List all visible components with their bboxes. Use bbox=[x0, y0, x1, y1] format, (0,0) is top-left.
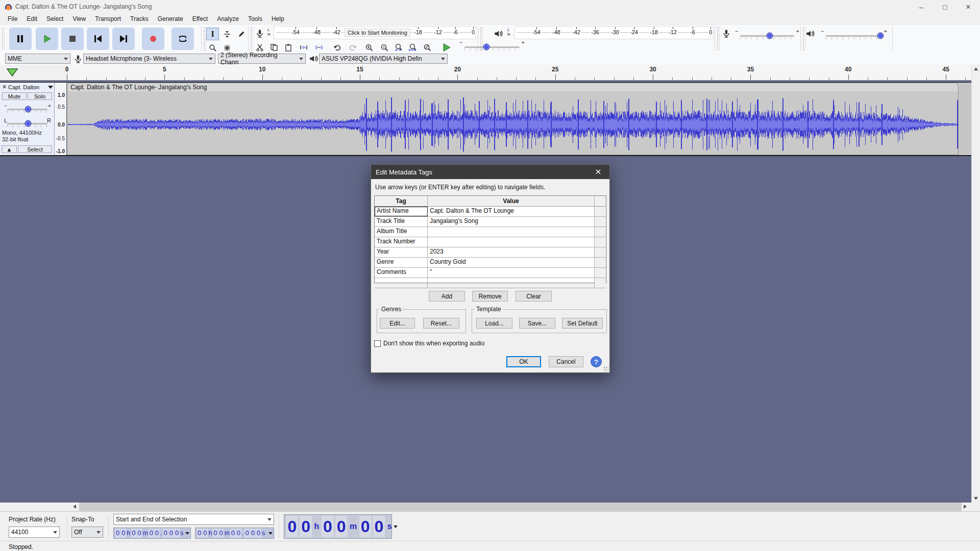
playback-device-select[interactable]: ASUS VP248QG (NVIDIA High Defin bbox=[319, 54, 448, 64]
value-cell[interactable] bbox=[428, 237, 595, 247]
menu-edit[interactable]: Edit bbox=[22, 14, 42, 23]
table-scroll-column[interactable] bbox=[595, 196, 605, 206]
chevron-down-icon[interactable] bbox=[268, 532, 273, 535]
recording-channels-select[interactable]: 2 (Stereo) Recording Chann bbox=[218, 54, 306, 64]
menu-file[interactable]: File bbox=[3, 14, 22, 23]
mute-button[interactable]: Mute bbox=[2, 92, 27, 100]
menu-analyze[interactable]: Analyze bbox=[212, 14, 243, 23]
scroll-down-icon[interactable] bbox=[974, 497, 978, 500]
menu-tools[interactable]: Tools bbox=[243, 14, 267, 23]
minimize-button[interactable]: – bbox=[910, 0, 933, 14]
recording-volume-slider[interactable]: −+ bbox=[734, 29, 800, 41]
time-digit[interactable]: 0 bbox=[163, 529, 168, 538]
value-cell[interactable]: Country Gold bbox=[428, 258, 595, 267]
help-button[interactable]: ? bbox=[591, 356, 602, 367]
vertical-ruler[interactable]: 1.00.50.0-0.5-1.0 bbox=[55, 83, 67, 155]
menu-generate[interactable]: Generate bbox=[153, 14, 188, 23]
close-button[interactable]: × bbox=[957, 0, 980, 14]
value-cell[interactable]: Capt. Dalton & The OT Lounge bbox=[428, 207, 595, 216]
toolbar-grip[interactable] bbox=[2, 28, 5, 50]
slider-thumb[interactable] bbox=[767, 33, 773, 39]
tag-cell[interactable] bbox=[375, 278, 428, 288]
vertical-scrollbar[interactable] bbox=[971, 65, 980, 503]
time-digit[interactable]: 0 bbox=[359, 516, 372, 537]
play-meter-speaker-icon[interactable] bbox=[492, 27, 504, 40]
time-digit[interactable]: 0 bbox=[131, 529, 136, 538]
selection-start-field[interactable]: 00h00m00.000s bbox=[113, 528, 191, 539]
record-meter[interactable]: -54-48-42-18-12-60Click to Start Monitor… bbox=[274, 26, 476, 39]
slider-thumb[interactable] bbox=[483, 44, 490, 51]
project-rate-select[interactable]: 44100 bbox=[9, 527, 60, 538]
record-meter-mic-icon[interactable] bbox=[253, 27, 266, 40]
hscroll-thumb[interactable] bbox=[79, 503, 962, 511]
tag-cell[interactable]: Album Title bbox=[375, 227, 428, 237]
tag-cell[interactable]: Year bbox=[375, 247, 428, 257]
play-at-speed-button[interactable] bbox=[439, 41, 454, 54]
menu-effect[interactable]: Effect bbox=[188, 14, 212, 23]
value-cell[interactable]: '' bbox=[428, 268, 595, 278]
loop-button[interactable] bbox=[172, 28, 194, 50]
time-digit[interactable]: 0 bbox=[174, 529, 179, 538]
track-name-menu[interactable]: Capt. Dalton bbox=[8, 83, 53, 91]
undo-button[interactable] bbox=[331, 41, 344, 54]
value-cell[interactable] bbox=[428, 278, 595, 288]
tag-cell[interactable]: Genre bbox=[375, 258, 428, 267]
zoom-in-button[interactable] bbox=[362, 41, 375, 54]
timeline-ruler[interactable]: 051015202530354045 bbox=[0, 65, 971, 81]
time-digit[interactable]: 0 bbox=[244, 529, 250, 538]
scroll-right-icon[interactable] bbox=[964, 505, 967, 509]
zoom-out-button[interactable] bbox=[378, 41, 390, 54]
dialog-resize-grip[interactable] bbox=[603, 366, 608, 371]
value-cell[interactable]: 2023 bbox=[428, 247, 595, 257]
genres-edit-button[interactable]: Edit... bbox=[380, 318, 415, 329]
template-set-default-button[interactable]: Set Default bbox=[562, 318, 603, 329]
scroll-left-icon[interactable] bbox=[73, 505, 76, 509]
fit-project-button[interactable] bbox=[406, 41, 419, 54]
time-digit[interactable]: 0 bbox=[121, 529, 126, 538]
track-close-icon[interactable]: ✕ bbox=[1, 84, 8, 90]
track-select-button[interactable]: Select bbox=[18, 145, 52, 153]
menu-tracks[interactable]: Tracks bbox=[126, 14, 153, 23]
menu-transport[interactable]: Transport bbox=[90, 14, 126, 23]
time-digit[interactable]: 0 bbox=[250, 529, 255, 538]
stop-button[interactable] bbox=[61, 28, 84, 50]
genres-reset-button[interactable]: Reset... bbox=[423, 318, 459, 329]
fit-selection-button[interactable] bbox=[392, 41, 405, 54]
monitoring-label[interactable]: Click to Start Monitoring bbox=[345, 29, 410, 37]
pan-slider[interactable]: −+ bbox=[1, 116, 54, 129]
template-save-button[interactable]: Save... bbox=[519, 318, 555, 329]
audio-position-display[interactable]: 00h00m00s bbox=[284, 514, 392, 539]
time-digit[interactable]: 0 bbox=[154, 529, 159, 538]
redo-button[interactable] bbox=[346, 41, 359, 54]
selection-mode-select[interactable]: Start and End of Selection bbox=[113, 514, 274, 525]
time-digit[interactable]: 0 bbox=[149, 529, 154, 538]
time-digit[interactable]: 0 bbox=[168, 529, 174, 538]
time-digit[interactable]: 0 bbox=[236, 529, 241, 538]
playback-volume-slider[interactable]: −+ bbox=[820, 29, 888, 41]
selection-end-field[interactable]: 00h00m00.000s bbox=[195, 528, 274, 539]
ok-button[interactable]: OK bbox=[506, 356, 541, 367]
silence-audio-button[interactable] bbox=[312, 41, 325, 54]
tag-cell[interactable]: Track Number bbox=[375, 237, 428, 247]
template-load-button[interactable]: Load... bbox=[476, 318, 512, 329]
tag-cell[interactable]: Track Title bbox=[375, 217, 428, 227]
horizontal-scrollbar[interactable] bbox=[0, 503, 980, 511]
time-digit[interactable]: 0 bbox=[256, 529, 261, 538]
add-button[interactable]: Add bbox=[429, 291, 465, 302]
value-cell[interactable] bbox=[428, 227, 595, 237]
skip-to-start-button[interactable] bbox=[87, 28, 109, 50]
cancel-button[interactable]: Cancel bbox=[549, 356, 583, 367]
play-button[interactable] bbox=[36, 28, 58, 50]
time-digit[interactable]: 0 bbox=[373, 516, 385, 537]
tag-cell[interactable]: Artist Name bbox=[375, 207, 428, 216]
maximize-button[interactable]: ▢ bbox=[933, 0, 957, 14]
remove-button[interactable]: Remove bbox=[472, 291, 508, 302]
play-speed-slider[interactable]: −+ bbox=[458, 40, 526, 52]
audio-clip[interactable]: Capt. Dalton & The OT Lounge- Jangalang'… bbox=[67, 83, 960, 155]
dialog-close-icon[interactable]: ✕ bbox=[587, 165, 609, 179]
time-digit[interactable]: 0 bbox=[203, 529, 208, 538]
gain-slider[interactable]: −+ bbox=[1, 102, 54, 114]
time-digit[interactable]: 0 bbox=[213, 529, 218, 538]
time-digit[interactable]: 0 bbox=[286, 516, 299, 537]
trim-audio-button[interactable] bbox=[297, 41, 310, 54]
